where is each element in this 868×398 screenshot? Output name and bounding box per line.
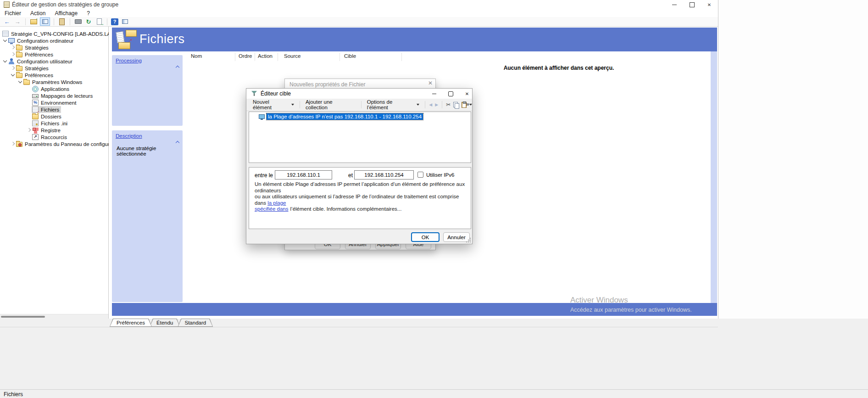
tree-item[interactable]: Mappages de lecteurs	[0, 92, 109, 99]
target-editor-dialog: Éditeur cible Nouvel élément Ajouter une…	[246, 88, 473, 244]
tree-item-icon	[23, 80, 30, 85]
tree-item-label: Mappages de lecteurs	[41, 93, 93, 99]
view-tab[interactable]: Préférences	[110, 319, 152, 327]
column-header[interactable]: Source	[284, 53, 300, 59]
tree-item[interactable]: Configuration utilisateur	[0, 58, 109, 65]
close-button[interactable]	[701, 0, 718, 9]
tab-label: Standard	[184, 320, 206, 325]
properties-icon[interactable]	[58, 18, 66, 25]
maximize-button[interactable]	[443, 89, 458, 99]
menu-bar: FichierActionAffichage?	[0, 9, 718, 17]
toolbar-overflow-chevron[interactable]: »	[466, 101, 469, 107]
maximize-button[interactable]	[683, 0, 701, 9]
item-options-button[interactable]: Options de l’élément	[365, 98, 422, 111]
ipv6-checkbox[interactable]	[417, 172, 423, 178]
tree-item[interactable]: Préférences	[0, 51, 109, 58]
forward-icon[interactable]	[13, 18, 22, 25]
expander-icon[interactable]	[10, 72, 16, 78]
help-link[interactable]: spécifiée dans	[255, 206, 289, 212]
new-window-icon[interactable]	[121, 18, 129, 25]
expander-icon[interactable]	[10, 45, 16, 50]
add-collection-button[interactable]: Ajouter une collection	[304, 98, 357, 111]
expander-icon[interactable]	[2, 58, 8, 64]
tree-item[interactable]: Stratégies	[0, 65, 109, 72]
view-tab[interactable]: Standard	[178, 319, 213, 327]
toolbar-separator	[54, 18, 54, 25]
expander-icon[interactable]	[2, 38, 8, 44]
menu-item[interactable]: Affichage	[50, 10, 82, 17]
close-button[interactable]	[459, 89, 475, 99]
tree-item-icon	[32, 120, 39, 126]
show-console-tree-icon[interactable]	[40, 17, 50, 26]
dialog-button-row: OK Annuler	[246, 232, 472, 242]
help-icon[interactable]	[111, 18, 118, 25]
range-end-input[interactable]	[354, 170, 414, 179]
export-list-icon[interactable]	[95, 18, 103, 25]
list-item-label[interactable]: la Plage d’adresses IP n’est pas 192.168…	[267, 113, 423, 120]
computer-icon	[259, 114, 265, 119]
tree-item[interactable]: Fichiers	[0, 106, 109, 113]
move-previous-icon[interactable]	[429, 102, 432, 107]
tree-item-label: Paramètres du Panneau de configura	[25, 141, 109, 147]
tree-item-label: Configuration utilisateur	[17, 59, 72, 64]
back-icon[interactable]	[3, 18, 11, 25]
up-level-icon[interactable]	[29, 18, 38, 25]
resize-grip[interactable]	[466, 238, 471, 242]
expander-icon[interactable]	[26, 127, 32, 133]
menu-item[interactable]: Action	[26, 10, 50, 17]
close-icon[interactable]: ✕	[428, 80, 433, 86]
funnel-icon	[251, 91, 257, 96]
help-link[interactable]: la plage	[267, 200, 286, 206]
tree-item[interactable]: Raccourcis	[0, 134, 109, 140]
menu-item[interactable]: Fichier	[0, 10, 26, 17]
column-header[interactable]: Cible	[344, 53, 356, 59]
tree-item[interactable]: Dossiers	[0, 113, 109, 120]
chevron-down-icon[interactable]	[469, 104, 472, 106]
window-edge	[718, 0, 718, 319]
expander-icon[interactable]	[10, 65, 16, 71]
tree-item-label: Configuration ordinateur	[17, 38, 73, 44]
tree-horizontal-scrollbar[interactable]	[0, 314, 108, 319]
target-item-list[interactable]: la Plage d’adresses IP n’est pas 192.168…	[249, 112, 471, 163]
scrollbar-thumb[interactable]	[1, 316, 45, 318]
console-tree: Stratégie C_VPN-CONFIG [LAB-ADDS.LAB.LAN…	[0, 30, 109, 147]
tree-item[interactable]: Stratégie C_VPN-CONFIG [LAB-ADDS.LAB.LAN…	[0, 30, 109, 37]
list-item[interactable]: la Plage d’adresses IP n’est pas 192.168…	[259, 113, 423, 120]
tree-item[interactable]: Registre	[0, 127, 109, 134]
column-header[interactable]: Ordre	[239, 53, 252, 59]
tree-item[interactable]: Préférences	[0, 72, 109, 78]
menu-item[interactable]: ?	[82, 10, 95, 17]
minimize-button[interactable]	[666, 0, 683, 9]
column-header[interactable]: Nom	[191, 53, 202, 59]
print-icon[interactable]	[74, 18, 82, 25]
cut-icon[interactable]	[446, 101, 451, 108]
toolbar-separator	[361, 101, 362, 108]
dialog-title: Nouvelles propriétés de Fichier	[289, 81, 365, 88]
tree-item[interactable]: Fichiers .ini	[0, 120, 109, 127]
tree-item[interactable]: Environnement	[0, 99, 109, 106]
expander-icon[interactable]	[10, 141, 16, 147]
tree-item-label: Préférences	[25, 73, 53, 78]
description-link[interactable]: Description	[116, 133, 142, 139]
tree-item[interactable]: Paramètres du Panneau de configura	[0, 140, 109, 147]
minimize-button[interactable]	[426, 89, 442, 99]
refresh-icon[interactable]	[84, 18, 93, 25]
tree-item[interactable]: Stratégies	[0, 44, 109, 51]
tree-item[interactable]: Paramètres Windows	[0, 78, 109, 85]
tree-item[interactable]: Configuration ordinateur	[0, 37, 109, 44]
ok-button[interactable]: OK	[411, 232, 440, 242]
new-item-button[interactable]: Nouvel élément	[251, 98, 296, 111]
move-next-icon[interactable]	[435, 102, 438, 107]
expander-icon[interactable]	[10, 51, 16, 57]
copy-icon[interactable]	[453, 102, 459, 108]
page-glyph	[116, 31, 124, 43]
expander-icon[interactable]	[17, 79, 23, 85]
range-start-input[interactable]	[275, 170, 332, 179]
tree-item-icon	[8, 38, 15, 43]
collapse-up-icon[interactable]	[176, 65, 179, 68]
view-tab[interactable]: Étendu	[150, 319, 180, 327]
collapse-up-icon[interactable]	[176, 140, 179, 144]
new-item-label: Nouvel élément	[253, 99, 289, 110]
tree-item[interactable]: Applications	[0, 85, 109, 92]
column-header[interactable]: Action	[258, 53, 273, 59]
